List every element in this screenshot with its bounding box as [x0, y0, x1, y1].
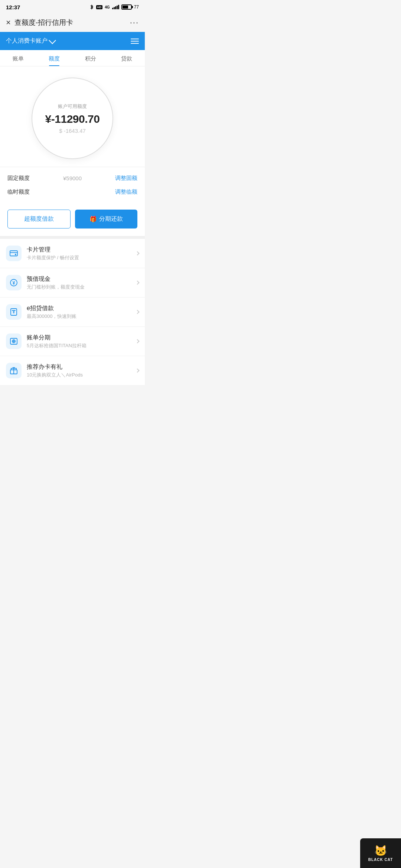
status-time: 12:37: [6, 4, 20, 10]
tab-loan[interactable]: 贷款: [109, 50, 145, 66]
eloan-icon: ¥: [9, 308, 18, 316]
referral-text: 推荐办卡有礼 10元换购双立人＼AirPods: [27, 363, 136, 378]
card-management-icon: [9, 249, 18, 258]
battery-level: 77: [134, 4, 139, 10]
tab-credit[interactable]: 额度: [36, 50, 73, 66]
battery-icon: [121, 4, 132, 10]
header-left: × 查额度-招行信用卡: [6, 18, 73, 27]
bill-installment-desc: 5月达标抢德国TITAN拉杆箱: [27, 342, 136, 349]
chevron-right-icon: [135, 310, 139, 314]
bill-installment-icon: [9, 337, 18, 346]
info-section: 固定额度 ¥59000 调整固额 临时额度 调整临额: [0, 167, 145, 206]
cash-advance-text: 预借现金 无门槛秒到账，额度变现金: [27, 275, 136, 290]
credit-section: 账户可用额度 ¥-11290.70 $ -1643.47: [0, 66, 145, 167]
fixed-credit-row: 固定额度 ¥59000 调整固额: [7, 175, 137, 182]
chevron-down-icon: [49, 37, 56, 44]
account-header: 个人消费卡账户: [0, 32, 145, 50]
account-selector[interactable]: 个人消费卡账户: [6, 37, 55, 45]
bill-installment-text: 账单分期 5月达标抢德国TITAN拉杆箱: [27, 334, 136, 349]
fixed-credit-label: 固定额度: [7, 175, 30, 182]
more-button[interactable]: ···: [130, 18, 139, 27]
bill-installment-title: 账单分期: [27, 334, 136, 342]
card-icon-wrap: [6, 246, 22, 261]
chevron-right-icon: [135, 280, 139, 285]
chevron-right-icon: [135, 368, 139, 372]
credit-circle: 账户可用额度 ¥-11290.70 $ -1643.47: [32, 78, 113, 159]
network-badge: 4G: [105, 5, 110, 9]
referral-gift-icon: [9, 366, 18, 375]
referral-icon-wrap: [6, 363, 22, 378]
hd-badge: HD: [96, 5, 103, 9]
tab-bar: 账单 额度 积分 贷款: [0, 50, 145, 66]
section-divider: [0, 236, 145, 239]
chevron-right-icon: [135, 251, 139, 255]
tab-bill[interactable]: 账单: [0, 50, 36, 66]
temp-credit-label: 临时额度: [7, 188, 30, 195]
account-name-label: 个人消费卡账户: [6, 37, 48, 45]
credit-amount-usd: $ -1643.47: [59, 128, 86, 134]
gift-icon: 🎁: [89, 216, 97, 223]
signal-icon: [112, 5, 119, 9]
menu-item-referral[interactable]: 推荐办卡有礼 10元换购双立人＼AirPods: [0, 356, 145, 385]
chevron-right-icon: [135, 339, 139, 343]
header: × 查额度-招行信用卡 ···: [0, 13, 145, 32]
cash-advance-title: 预借现金: [27, 275, 136, 283]
card-management-desc: 卡片额度保护 / 畅付设置: [27, 254, 136, 261]
overdraft-button[interactable]: 超额度借款: [7, 210, 71, 228]
eloan-desc: 最高300000，快速到账: [27, 313, 136, 320]
eloan-title: e招贷借款: [27, 305, 136, 312]
bluetooth-icon: [89, 4, 94, 10]
adjust-fixed-button[interactable]: 调整固额: [115, 175, 137, 182]
eloan-text: e招贷借款 最高300000，快速到账: [27, 305, 136, 320]
svg-rect-0: [10, 251, 17, 256]
tab-points[interactable]: 积分: [72, 50, 109, 66]
action-buttons: 超额度借款 🎁 分期还款: [0, 206, 145, 236]
svg-text:¥: ¥: [13, 280, 15, 286]
temp-credit-row: 临时额度 调整临额: [7, 188, 137, 195]
card-management-text: 卡片管理 卡片额度保护 / 畅付设置: [27, 246, 136, 261]
installment-icon-wrap: [6, 333, 22, 349]
close-button[interactable]: ×: [6, 18, 11, 27]
fixed-credit-value: ¥59000: [63, 175, 82, 181]
credit-amount-cny: ¥-11290.70: [45, 113, 100, 125]
card-management-title: 卡片管理: [27, 246, 136, 254]
svg-point-2: [15, 254, 16, 255]
cash-advance-icon: ¥: [9, 278, 18, 287]
referral-title: 推荐办卡有礼: [27, 363, 136, 371]
page-title: 查额度-招行信用卡: [14, 18, 73, 27]
menu-item-installment[interactable]: 账单分期 5月达标抢德国TITAN拉杆箱: [0, 327, 145, 356]
menu-icon[interactable]: [131, 39, 139, 44]
installment-button[interactable]: 🎁 分期还款: [75, 210, 137, 228]
referral-desc: 10元换购双立人＼AirPods: [27, 372, 136, 378]
status-bar: 12:37 HD 4G 77: [0, 0, 145, 13]
menu-item-cash[interactable]: ¥ 预借现金 无门槛秒到账，额度变现金: [0, 268, 145, 297]
credit-label: 账户可用额度: [58, 103, 87, 110]
menu-item-eloan[interactable]: ¥ e招贷借款 最高300000，快速到账: [0, 297, 145, 327]
cash-icon-wrap: ¥: [6, 275, 22, 290]
menu-item-card[interactable]: 卡片管理 卡片额度保护 / 畅付设置: [0, 239, 145, 268]
eloan-icon-wrap: ¥: [6, 304, 22, 320]
adjust-temp-button[interactable]: 调整临额: [115, 188, 137, 195]
status-icons: HD 4G 77: [89, 4, 139, 10]
menu-list: 卡片管理 卡片额度保护 / 畅付设置 ¥ 预借现金 无门槛秒到账，额度变现金 ¥: [0, 239, 145, 385]
cash-advance-desc: 无门槛秒到账，额度变现金: [27, 284, 136, 290]
